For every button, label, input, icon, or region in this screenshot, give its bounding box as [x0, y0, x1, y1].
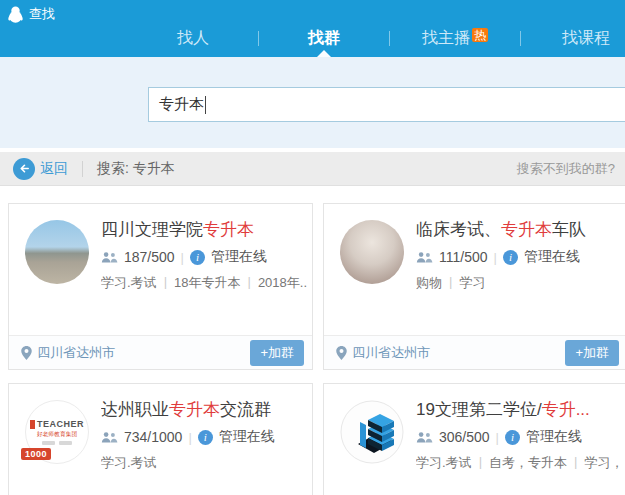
title-text: 车队	[552, 220, 586, 239]
members-icon	[416, 431, 433, 444]
meta-separator: |	[494, 250, 497, 265]
member-count: 187/500	[124, 249, 175, 265]
active-tab-pointer	[317, 50, 331, 57]
search-section: 专升本	[0, 57, 625, 148]
group-tag: 自考，专升本	[489, 454, 567, 472]
group-meta: 306/500 | i 管理在线	[416, 428, 582, 446]
group-title: 达州职业专升本交流群	[101, 398, 271, 421]
search-value: 专升本	[159, 95, 204, 114]
tab-label: 找人	[177, 29, 209, 46]
search-breadcrumb: 搜索: 专升本	[97, 160, 175, 178]
location-text: 四川省达州市	[37, 344, 115, 362]
tab-label: 找主播	[422, 29, 470, 46]
results-area: 四川文理学院专升本 187/500 | i 管理在线 学习.考试|18年专升本|…	[0, 187, 625, 495]
admin-status: 管理在线	[219, 428, 275, 446]
tag-separator: |	[574, 454, 577, 472]
group-card[interactable]: TEACHER 好老师教育集团 1000 达州职业专升本	[8, 383, 313, 495]
group-tags: 学习.考试|自考，专升本|学习，...	[416, 454, 622, 472]
group-tag: 学习.考试	[416, 454, 472, 472]
title-text: 交流群	[220, 400, 271, 419]
title-text: 四川文理学院	[101, 220, 203, 239]
results-toolbar: 返回 搜索: 专升本 搜索不到我的群?	[0, 152, 625, 186]
location-text: 四川省达州市	[352, 344, 430, 362]
info-icon: i	[505, 430, 520, 445]
hot-badge: 热	[472, 28, 488, 42]
tag-separator: |	[247, 274, 250, 292]
search-input[interactable]: 专升本	[148, 87, 625, 122]
logo-subtext: 好老师教育集团	[37, 431, 77, 439]
logo-partners	[42, 441, 72, 445]
admin-status: 管理在线	[524, 248, 580, 266]
window-title: 查找	[8, 5, 55, 23]
missing-group-link[interactable]: 搜索不到我的群?	[517, 160, 615, 178]
group-tag: 学习	[459, 274, 485, 292]
group-meta: 187/500 | i 管理在线	[101, 248, 267, 266]
tab-label: 找课程	[562, 29, 610, 46]
group-tag: 2018年...	[258, 274, 307, 292]
admin-status: 管理在线	[526, 428, 582, 446]
join-group-button[interactable]: +加群	[565, 340, 619, 366]
group-avatar-icon	[25, 220, 89, 284]
group-location[interactable]: 四川省达州市	[336, 344, 430, 362]
capacity-badge: 1000	[21, 448, 51, 460]
tag-separator: |	[479, 454, 482, 472]
title-text: 临床考试、	[416, 220, 501, 239]
title-highlight: 专升本	[203, 220, 254, 239]
member-count: 111/500	[439, 249, 488, 265]
avatar-photo	[25, 220, 89, 284]
meta-separator: |	[496, 430, 499, 445]
group-title: 临床考试、专升本车队	[416, 218, 586, 241]
tab-find-people[interactable]: 找人	[128, 26, 258, 50]
group-card[interactable]: 19文理第二学位/专升... 306/500 | i 管理在线 学习.考试|自考…	[323, 383, 625, 495]
group-tag: 学习，...	[584, 454, 622, 472]
window-title-text: 查找	[29, 5, 55, 23]
meta-separator: |	[181, 250, 184, 265]
tab-find-group[interactable]: 找群	[259, 26, 389, 50]
group-tag: 学习.考试	[101, 454, 157, 472]
group-tag: 购物	[416, 274, 442, 292]
group-meta: 734/1000 | i 管理在线	[101, 428, 275, 446]
group-title: 四川文理学院专升本	[101, 218, 254, 241]
tag-separator: |	[449, 274, 452, 292]
join-group-button[interactable]: +加群	[250, 340, 304, 366]
group-avatar-icon	[340, 220, 404, 284]
meta-separator: |	[188, 430, 191, 445]
group-meta: 111/500 | i 管理在线	[416, 248, 580, 266]
back-label: 返回	[40, 160, 68, 178]
group-title: 19文理第二学位/专升...	[416, 398, 590, 421]
logo-mark	[30, 420, 35, 429]
title-highlight: 专升本	[169, 400, 220, 419]
group-tag: 学习.考试	[101, 274, 157, 292]
group-avatar-icon	[340, 400, 404, 464]
group-tags: 购物|学习	[416, 274, 485, 292]
tab-find-streamer[interactable]: 找主播热	[390, 26, 520, 50]
header-tabs: 找人找群找主播热找课程	[128, 26, 625, 50]
members-icon	[416, 251, 433, 264]
members-icon	[101, 251, 118, 264]
back-button[interactable]: 返回	[13, 158, 68, 180]
avatar-cubes-logo	[340, 400, 404, 464]
title-highlight: 专升本	[501, 220, 552, 239]
tag-separator: |	[164, 274, 167, 292]
group-card[interactable]: 四川文理学院专升本 187/500 | i 管理在线 学习.考试|18年专升本|…	[8, 203, 313, 370]
members-icon	[101, 431, 118, 444]
member-count: 306/500	[439, 429, 490, 445]
location-pin-icon	[21, 346, 32, 360]
header-bar: 查找 找人找群找主播热找课程	[0, 0, 625, 57]
group-tag: 18年专升本	[174, 274, 240, 292]
member-count: 734/1000	[124, 429, 182, 445]
group-tags: 学习.考试|18年专升本|2018年...	[101, 274, 307, 292]
group-location[interactable]: 四川省达州市	[21, 344, 115, 362]
text-caret	[205, 96, 206, 114]
avatar-photo	[340, 220, 404, 284]
info-icon: i	[190, 250, 205, 265]
title-highlight: 专升...	[542, 400, 590, 419]
tab-label: 找群	[308, 29, 340, 46]
info-icon: i	[198, 430, 213, 445]
results-grid: 四川文理学院专升本 187/500 | i 管理在线 学习.考试|18年专升本|…	[8, 203, 625, 495]
logo-text: TEACHER	[37, 419, 84, 429]
info-icon: i	[503, 250, 518, 265]
group-card[interactable]: 临床考试、专升本车队 111/500 | i 管理在线 购物|学习 四川省	[323, 203, 625, 370]
avatar-teacher-logo: TEACHER 好老师教育集团 1000	[25, 400, 89, 464]
tab-find-course[interactable]: 找课程	[521, 26, 625, 50]
